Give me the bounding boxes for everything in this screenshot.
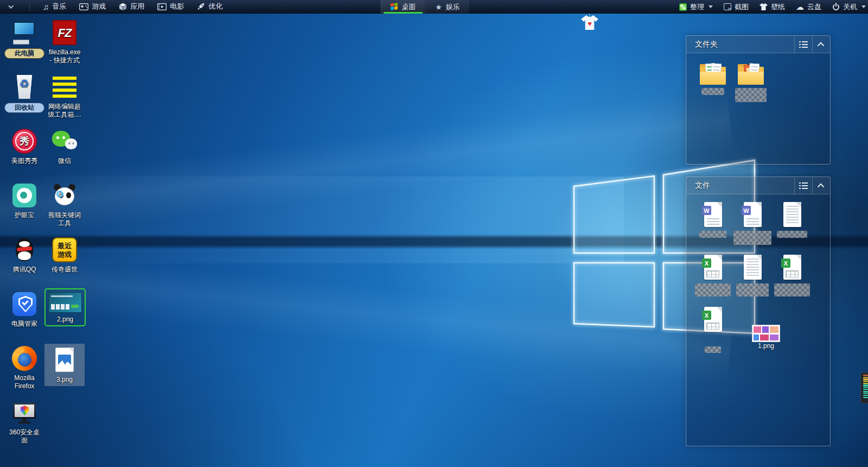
tshirt-heart-icon: ♥: [581, 15, 598, 30]
folders-panel: 文件夹: [686, 35, 831, 165]
wechat-icon: [52, 128, 78, 154]
recent-game-icon: 最近游戏: [52, 237, 78, 263]
image-file-icon: [752, 325, 780, 342]
desktop-icon-3png[interactable]: 3.png: [44, 344, 85, 386]
desktop-icon-legend-game[interactable]: 最近游戏 传奇盛世: [44, 237, 85, 274]
level-meter-widget[interactable]: [860, 372, 868, 403]
tencent-qq-icon: [11, 237, 37, 263]
files-panel-title: 文件: [686, 181, 710, 191]
folder-item[interactable]: [732, 63, 770, 102]
desktop-icon-web-toolbox[interactable]: 网络编辑超级工具箱....: [44, 74, 85, 119]
tab-desktop[interactable]: 桌面: [381, 0, 425, 14]
desktop-icon-panda-keyword-tool[interactable]: 熊猫关键词工具: [44, 182, 85, 228]
excel-file-icon: X: [781, 254, 803, 281]
menu-item-music[interactable]: ♫ 音乐: [43, 2, 66, 11]
file-item[interactable]: X: [694, 306, 732, 353]
file-item[interactable]: W: [733, 201, 771, 245]
desktop-icon-360-desktop[interactable]: 360安全桌面: [4, 400, 44, 445]
censored-label: [699, 231, 726, 238]
file-item[interactable]: [773, 201, 811, 238]
music-icon: ♫: [43, 2, 49, 11]
files-panel: 文件 W W X X X: [686, 176, 831, 446]
collapse-panel-button[interactable]: [812, 177, 830, 194]
chevron-up-icon: [817, 183, 824, 190]
desktop-icon-firefox[interactable]: MozillaFirefox: [4, 345, 44, 390]
filezilla-icon: FZ: [52, 20, 78, 46]
menu-item-movies[interactable]: 电影: [157, 2, 184, 11]
folders-panel-header: 文件夹: [686, 36, 830, 53]
text-file-icon: [781, 201, 803, 229]
list-view-icon: [799, 182, 808, 189]
censored-label: [735, 88, 767, 102]
desktop-icon-recycle-bin[interactable]: ♻♻ 回收站: [4, 74, 44, 113]
desktop-icon-this-pc[interactable]: 此电脑: [4, 20, 44, 59]
meitu-icon: 秀: [11, 128, 37, 154]
menu-item-optimize[interactable]: 优化: [197, 2, 222, 11]
image-file-icon: [52, 347, 78, 373]
menu-item-games[interactable]: 游戏: [79, 2, 106, 11]
text-file-icon: [742, 254, 763, 281]
tool-shutdown[interactable]: 关机: [832, 2, 866, 12]
gamepad-icon: [79, 3, 88, 10]
desktop-icon-2png[interactable]: 2.png: [44, 288, 86, 326]
desktop-icon-meitu[interactable]: 秀 美图秀秀: [4, 128, 44, 165]
desktop-icon-wechat[interactable]: 微信: [44, 128, 85, 165]
folders-panel-title: 文件夹: [686, 40, 718, 49]
collapse-panel-button[interactable]: [812, 36, 830, 53]
file-item[interactable]: W: [694, 201, 732, 238]
desktop-icon-filezilla[interactable]: FZ filezilla.exe- 快捷方式: [44, 20, 85, 65]
censored-label: [705, 346, 721, 353]
files-panel-header: 文件: [686, 177, 830, 194]
divider: [29, 3, 30, 11]
tab-entertainment[interactable]: ★ 娱乐: [425, 0, 470, 14]
censored-label: [695, 283, 731, 296]
folder-documents-icon: [699, 63, 726, 86]
list-view-button[interactable]: [794, 36, 812, 53]
recycle-bin-icon: ♻♻: [11, 74, 37, 100]
caret-down-icon: [709, 5, 713, 8]
tool-screenshot[interactable]: ✂ 截图: [724, 2, 749, 12]
360-safe-desktop-icon: [11, 400, 37, 426]
eye-care-icon: [11, 182, 37, 209]
this-pc-icon: [11, 20, 37, 46]
star-icon: ★: [435, 3, 442, 11]
folder-item[interactable]: [694, 63, 732, 95]
file-item[interactable]: [733, 254, 771, 296]
chevron-up-icon: [817, 42, 824, 49]
folder-media-icon: [737, 63, 764, 86]
yellow-bars-toolbox-icon: [52, 74, 78, 100]
desktop-icon-pc-manager[interactable]: 电脑管家: [4, 291, 44, 328]
desktop-icon-qq[interactable]: 腾讯QQ: [4, 237, 44, 274]
dock-toolbar: ♫ 音乐 游戏 应用 电影 优化 桌面 ★ 娱乐: [0, 0, 868, 14]
caret-down-icon: [861, 5, 866, 8]
desktop-icon-eye-care[interactable]: 护眼宝: [4, 182, 44, 219]
censored-label: [736, 283, 769, 296]
pc-manager-shield-icon: [11, 291, 37, 317]
chevron-down-icon: [8, 3, 14, 9]
organize-grid-icon: [679, 3, 687, 11]
screenshot-icon: ✂: [724, 3, 731, 10]
firefox-icon: [11, 345, 37, 371]
list-view-button[interactable]: [794, 177, 812, 194]
tool-organize[interactable]: 整理: [679, 2, 713, 12]
censored-label: [774, 283, 810, 296]
screenshot-thumbnail: [48, 292, 82, 313]
excel-file-icon: X: [702, 306, 724, 333]
apps-cube-icon: [119, 3, 127, 11]
word-file-icon: W: [702, 201, 724, 229]
word-file-icon: W: [742, 201, 763, 229]
panda-keyword-tool-icon: [52, 182, 78, 209]
tool-cloud-disk[interactable]: ☁ 云盘: [796, 2, 821, 12]
list-view-icon: [799, 41, 808, 48]
tool-wallpaper[interactable]: 壁纸: [760, 2, 785, 12]
cloud-disk-icon: ☁: [796, 3, 804, 11]
file-item[interactable]: X: [773, 254, 811, 296]
file-item[interactable]: X: [694, 254, 732, 296]
file-item-1png[interactable]: 1.png: [747, 325, 785, 350]
optimize-rocket-icon: [197, 3, 205, 10]
menu-item-apps[interactable]: 应用: [119, 2, 144, 11]
toolbar-collapse-button[interactable]: [7, 2, 16, 11]
censored-label: [733, 231, 771, 245]
wallpaper-tshirt-icon: [760, 3, 768, 10]
excel-file-icon: X: [702, 254, 724, 281]
